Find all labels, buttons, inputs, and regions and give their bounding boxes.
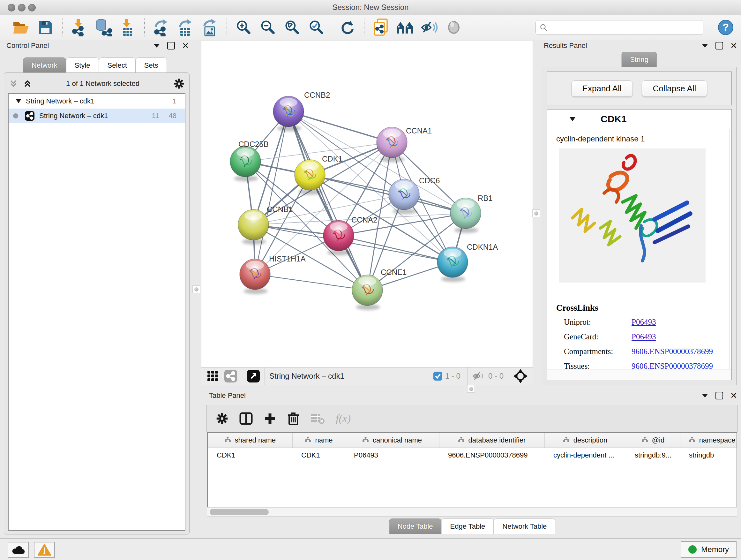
node-details-header[interactable]: CDK1 xyxy=(547,110,731,129)
network-edge[interactable] xyxy=(288,111,367,290)
apply-layout-icon[interactable] xyxy=(337,17,357,38)
share-network-icon[interactable] xyxy=(224,369,238,383)
open-in-new-window-icon[interactable] xyxy=(247,369,260,383)
save-session-icon[interactable] xyxy=(35,17,56,38)
show-columns-icon[interactable] xyxy=(239,412,253,425)
float-panel-icon[interactable] xyxy=(167,42,175,50)
network-edge[interactable] xyxy=(310,175,466,213)
network-edge[interactable] xyxy=(255,111,288,274)
table-cell[interactable]: CDK1 xyxy=(292,448,345,462)
network-node-CCNB1[interactable] xyxy=(238,209,269,245)
collapse-triangle-icon[interactable] xyxy=(16,99,21,104)
tab-string[interactable]: String xyxy=(621,52,657,67)
column-header[interactable]: @id xyxy=(626,433,680,448)
open-session-icon[interactable] xyxy=(11,17,31,38)
network-row-selected[interactable]: String Network – cdk1 11 48 xyxy=(9,109,185,123)
card-scrollbar-track[interactable] xyxy=(547,369,731,380)
network-node-CCNA1[interactable] xyxy=(377,127,407,162)
network-node-CCNE1[interactable] xyxy=(352,275,383,310)
help-icon[interactable]: ? xyxy=(716,17,736,38)
zoom-in-icon[interactable] xyxy=(233,17,254,38)
column-header[interactable]: name xyxy=(292,433,345,448)
import-table-icon[interactable] xyxy=(118,17,138,38)
enhance-labels-eye-icon[interactable] xyxy=(419,17,440,38)
expand-all-button[interactable]: Expand All xyxy=(571,80,633,97)
right-splitter-handle[interactable] xyxy=(532,209,540,217)
crosslink-link[interactable]: P06493 xyxy=(631,318,656,327)
close-panel-icon[interactable]: ✕ xyxy=(182,43,189,49)
tab-network-table[interactable]: Network Table xyxy=(494,518,555,534)
bottom-splitter-handle[interactable] xyxy=(467,385,475,393)
create-column-icon[interactable] xyxy=(264,412,276,425)
network-edge[interactable] xyxy=(255,274,367,290)
crosslink-link[interactable]: 9606.ENSP00000378699 xyxy=(631,347,713,356)
expand-all-chevron-icon[interactable] xyxy=(23,79,32,88)
collapse-all-chevron-icon[interactable] xyxy=(9,79,18,88)
zoom-out-icon[interactable] xyxy=(258,17,278,38)
network-node-CCNB2[interactable] xyxy=(273,96,304,131)
glass-effect-disabled-icon[interactable] xyxy=(444,17,464,38)
collapse-all-button[interactable]: Collapse All xyxy=(642,80,708,97)
table-horizontal-scrollbar[interactable] xyxy=(207,507,737,516)
export-image-icon[interactable] xyxy=(200,17,220,38)
selected-checkbox-icon[interactable] xyxy=(433,371,443,381)
network-canvas[interactable]: CCNB2CCNA1CDC25BCDK1CDC6RB1CCNB1CCNA2CDK… xyxy=(201,41,533,367)
export-table-icon[interactable] xyxy=(176,17,196,38)
column-header[interactable]: namespace xyxy=(680,433,737,448)
tab-edge-table[interactable]: Edge Table xyxy=(442,518,494,534)
column-settings-gear-icon[interactable] xyxy=(216,412,228,425)
tab-select[interactable]: Select xyxy=(99,57,136,73)
panel-menu-icon[interactable] xyxy=(701,44,709,48)
tab-network[interactable]: Network xyxy=(23,57,66,73)
tab-node-table[interactable]: Node Table xyxy=(389,518,442,534)
float-panel-icon[interactable] xyxy=(716,392,723,399)
crosslink-link[interactable]: P06493 xyxy=(631,332,656,341)
table-cell[interactable]: 9606.ENSP00000378699 xyxy=(439,448,544,462)
zoom-fit-icon[interactable] xyxy=(282,17,302,38)
float-panel-icon[interactable] xyxy=(716,42,723,50)
export-network-icon[interactable] xyxy=(151,17,172,38)
memory-button[interactable]: Memory xyxy=(681,541,737,558)
column-header[interactable]: description xyxy=(544,433,626,448)
column-header[interactable]: database identifier xyxy=(439,433,544,448)
network-options-gear-icon[interactable] xyxy=(173,78,185,89)
close-panel-icon[interactable]: ✕ xyxy=(730,392,737,399)
import-network-database-icon[interactable] xyxy=(93,17,114,38)
column-header[interactable]: shared name xyxy=(208,433,292,448)
table-row[interactable]: CDK1CDK1P064939606.ENSP00000378699cyclin… xyxy=(208,448,737,462)
toolbar-separator xyxy=(226,18,227,37)
collapse-triangle-icon[interactable] xyxy=(569,117,576,122)
tab-style[interactable]: Style xyxy=(66,57,99,73)
string-home-icon[interactable] xyxy=(395,17,415,38)
table-cell[interactable]: P06493 xyxy=(345,448,439,462)
scrollbar-thumb[interactable] xyxy=(210,509,269,515)
network-node-HIST1H1A[interactable] xyxy=(240,259,270,294)
import-string-network-icon[interactable] xyxy=(371,17,391,38)
birds-eye-view-icon[interactable] xyxy=(207,370,219,382)
table-cell[interactable]: cyclin-dependent ... xyxy=(544,448,626,462)
network-node-CDKN1A[interactable] xyxy=(437,247,468,282)
panel-menu-icon[interactable] xyxy=(701,393,709,398)
panel-menu-icon[interactable] xyxy=(153,44,160,48)
left-splitter-handle[interactable] xyxy=(192,286,200,293)
network-edge[interactable] xyxy=(339,236,453,262)
import-network-file-icon[interactable] xyxy=(69,17,89,38)
network-node-RB1[interactable] xyxy=(450,198,481,233)
network-node-CDK1[interactable] xyxy=(294,160,325,195)
network-collection-row[interactable]: String Network – cdk1 1 xyxy=(9,94,185,109)
delete-column-trash-icon[interactable] xyxy=(287,412,299,425)
table-cell[interactable]: stringdb xyxy=(680,448,737,462)
zoom-selected-icon[interactable] xyxy=(307,17,327,38)
fit-selected-icon[interactable] xyxy=(513,369,528,383)
table-cell[interactable]: CDK1 xyxy=(208,448,292,462)
table-cell[interactable]: stringdb:9... xyxy=(626,448,680,462)
cloud-status-button[interactable] xyxy=(8,542,29,558)
warnings-button[interactable] xyxy=(34,542,55,558)
search-input[interactable] xyxy=(548,23,699,32)
close-panel-icon[interactable]: ✕ xyxy=(730,43,737,49)
tab-sets[interactable]: Sets xyxy=(136,57,167,73)
column-header[interactable]: canonical name xyxy=(345,433,439,448)
crosslink-link[interactable]: 9606.ENSP00000378699 xyxy=(631,362,713,369)
network-edge[interactable] xyxy=(288,111,392,142)
network-node-CDC25B[interactable] xyxy=(230,146,261,181)
